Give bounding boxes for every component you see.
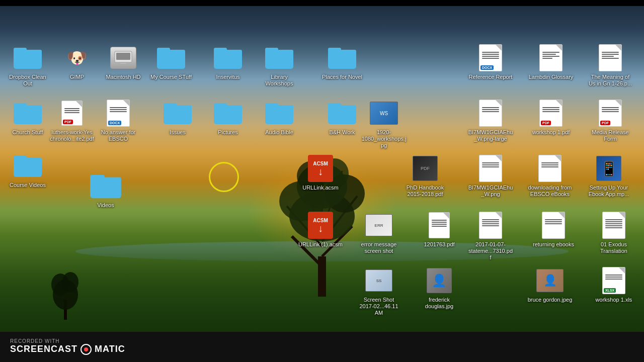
icon-bi7mw-large[interactable]: BI7MW1GCIAEhu_W.png-large xyxy=(468,99,513,142)
icon-lambdin-glossary[interactable]: Lambdin Glossary xyxy=(528,44,574,80)
icon-bruce-gordon[interactable]: 👤 bruce gordon.jpeg xyxy=(527,266,573,303)
desktop: Dropbox Clean Out 🐶 GIMP Ma xyxy=(0,0,644,362)
watermark-bar: RECORDED WITH SCREENCAST MATIC xyxy=(0,332,644,362)
svg-rect-19 xyxy=(116,53,130,60)
icon-downloading-ebsco[interactable]: downloading from EBSCO eBooks xyxy=(527,154,573,198)
icon-the-meaning[interactable]: The Meaning of Us in Gn 1-26.p... xyxy=(588,44,633,87)
icon-workshop1-pdf[interactable]: PDF workshop 1.pdf xyxy=(528,99,574,136)
recorded-with-label: RECORDED WITH xyxy=(10,339,125,344)
icon-urllink-acsm[interactable]: ACSM ↓ URLLink.acsm xyxy=(298,154,343,191)
svg-rect-21 xyxy=(118,64,128,65)
icon-workshop1-xls[interactable]: XLSX workshop 1.xls xyxy=(591,266,636,303)
icon-no-answer-ebsco[interactable]: DOCX No answer for EBSCO xyxy=(96,99,141,142)
icon-library-workshops[interactable]: Library Workshops xyxy=(257,44,302,87)
icon-videos[interactable]: Videos xyxy=(83,172,128,209)
icon-dropbox-clean-out[interactable]: Dropbox Clean Out xyxy=(5,44,50,87)
icon-screen-shot-2017[interactable]: SS Screen Shot 2017-02...46.11 AM xyxy=(356,266,401,317)
screencast-logo-dot xyxy=(84,347,88,351)
icon-1201763-pdf[interactable]: 1201763.pdf xyxy=(417,211,462,248)
icon-workshops-jpg[interactable]: WS 1920-1080_workshops.jpg xyxy=(361,99,407,149)
icon-frederick-douglas[interactable]: 👤 frederick douglas.jpg xyxy=(417,266,462,310)
icon-gimp[interactable]: 🐶 GIMP xyxy=(54,44,100,80)
icon-urllink1-acsm[interactable]: ACSM ↓ URLLink (1).acsm xyxy=(298,211,343,248)
icon-church-stuff[interactable]: Church Stuff xyxy=(5,99,50,136)
icon-pictures[interactable]: Pictures xyxy=(205,99,251,136)
icon-2017-stateme[interactable]: 2017-01-07-stateme...7310.pdf xyxy=(468,211,513,261)
icon-returning-ebooks[interactable]: returning ebooks xyxy=(531,211,576,248)
icon-course-videos[interactable]: Course Videos xyxy=(5,152,50,189)
screencast-logo-circle xyxy=(80,344,92,355)
top-bar xyxy=(0,0,644,6)
icon-issues[interactable]: Issues xyxy=(155,99,200,136)
icon-bh-work[interactable]: B&H Work xyxy=(319,99,365,136)
icon-01-exodus-translation[interactable]: 01 Exodus Translation xyxy=(591,211,636,254)
icon-reference-report[interactable]: DOCX Reference Report xyxy=(468,44,513,80)
icon-bi7mw-png[interactable]: BI7MW1GCIAEhu_W.png xyxy=(468,154,513,198)
app-name-label: SCREENCAST xyxy=(10,344,77,355)
icon-my-course-stuff[interactable]: My Course STuff xyxy=(148,44,194,80)
icon-phd-handbook[interactable]: PDF PhD Handbook 2015-2018.pdf xyxy=(403,154,448,198)
icon-audio-bible[interactable]: Audio Bible xyxy=(257,99,302,136)
icon-setting-up-ebook[interactable]: 📱 Setting Up Your Ebook App.mp... xyxy=(586,154,631,198)
icon-places-for-novel[interactable]: Places for Novel xyxy=(319,44,365,80)
icon-luthers-work[interactable]: PDF luthers-work-Yes chronolo...ite2.pdf xyxy=(49,99,95,142)
icon-macintosh-hd[interactable]: Macintosh HD xyxy=(101,44,146,80)
icon-inservitus[interactable]: Inservitus xyxy=(205,44,251,80)
app-name2-label: MATIC xyxy=(95,344,125,355)
icon-media-release-form[interactable]: PDF Media Release Form xyxy=(588,99,633,142)
screencast-watermark: RECORDED WITH SCREENCAST MATIC xyxy=(10,339,125,355)
icon-error-message[interactable]: ERR error message screen shot xyxy=(356,211,401,254)
desktop-icons-container: Dropbox Clean Out 🐶 GIMP Ma xyxy=(0,6,644,332)
